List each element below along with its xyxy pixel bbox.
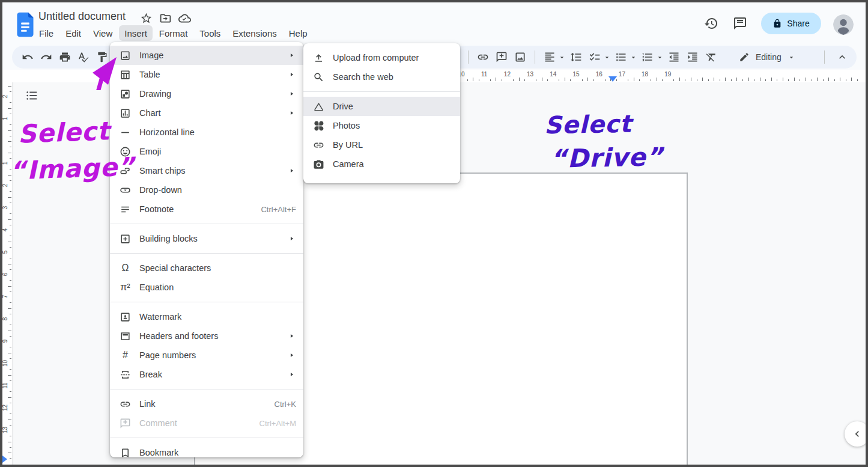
ruler-tick: [10, 102, 11, 103]
camera-icon: [313, 159, 324, 170]
image-submenu-item-photos[interactable]: Photos: [303, 116, 460, 135]
menu-view[interactable]: View: [88, 25, 118, 41]
menu-edit[interactable]: Edit: [60, 25, 86, 41]
comments-icon[interactable]: [733, 16, 747, 31]
smart-chips-icon: [120, 165, 131, 177]
image-submenu-item-search-the-web[interactable]: Search the web: [303, 67, 460, 87]
menu-extensions[interactable]: Extensions: [227, 25, 282, 41]
ruler-number: 12: [2, 404, 8, 412]
menu-item-label: Drawing: [139, 89, 281, 99]
ruler-tick: [8, 331, 11, 331]
image-submenu-item-drive[interactable]: Drive: [303, 97, 460, 116]
image-submenu-item-by-url[interactable]: By URL: [303, 135, 460, 154]
insert-menu-item-special-characters[interactable]: ΩSpecial characters: [110, 258, 303, 278]
menu-help[interactable]: Help: [284, 25, 313, 41]
star-icon[interactable]: [140, 12, 153, 25]
menu-tools[interactable]: Tools: [194, 25, 226, 41]
document-title[interactable]: Untitled document: [38, 10, 126, 23]
ruler-tick: [10, 458, 11, 459]
submenu-arrow-icon: [288, 109, 296, 117]
indent-increase-button[interactable]: [684, 49, 701, 66]
insert-menu-item-link[interactable]: LinkCtrl+K: [110, 394, 303, 414]
ruler-tick: [657, 78, 657, 81]
ruler-number: 2: [2, 93, 8, 101]
undo-button[interactable]: [19, 49, 36, 66]
ruler-tick: [742, 79, 743, 81]
insert-menu-item-footnote[interactable]: FootnoteCtrl+Alt+F: [110, 200, 303, 219]
insert-menu-item-drawing[interactable]: Drawing: [110, 84, 303, 103]
paint-format-button[interactable]: [94, 49, 111, 66]
ruler-tick: [10, 213, 11, 214]
document-outline-icon[interactable]: [25, 89, 38, 102]
folder-move-icon[interactable]: [159, 12, 172, 25]
insert-menu-item-smart-chips[interactable]: Smart chips: [110, 161, 303, 180]
line-spacing-button[interactable]: [568, 49, 584, 66]
spellcheck-button[interactable]: [75, 49, 92, 66]
indent-decrease-button[interactable]: [666, 49, 682, 66]
checklist-button[interactable]: [586, 49, 603, 66]
align-left-button[interactable]: [541, 49, 558, 66]
history-icon[interactable]: [704, 16, 718, 31]
image-submenu-item-camera[interactable]: Camera: [303, 154, 460, 174]
caret-down-icon[interactable]: [656, 49, 664, 66]
ruler-number: 11: [481, 71, 487, 78]
insert-menu-item-emoji[interactable]: Emoji: [110, 142, 303, 161]
side-panel-toggle-button[interactable]: [845, 421, 868, 447]
ruler-tick: [502, 79, 502, 81]
share-button[interactable]: Share: [761, 13, 821, 34]
insert-menu-item-page-numbers[interactable]: #Page numbers: [110, 346, 303, 365]
insert-menu-item-bookmark[interactable]: Bookmark: [110, 443, 303, 457]
caret-down-icon[interactable]: [630, 49, 637, 66]
ruler-tick: [565, 78, 565, 81]
ruler-tick: [8, 242, 11, 242]
ruler-tick: [708, 79, 709, 81]
redo-button[interactable]: [38, 49, 55, 66]
menu-divider: [303, 91, 460, 92]
menu-insert[interactable]: Insert: [119, 25, 153, 41]
menu-file[interactable]: File: [34, 25, 59, 41]
bulleted-list-button[interactable]: [613, 49, 630, 66]
mode-dropdown[interactable]: Editing: [732, 49, 803, 66]
ruler-tick: [794, 78, 795, 81]
insert-menu-item-equation[interactable]: π²Equation: [110, 278, 303, 297]
add-comment-button[interactable]: [493, 49, 510, 66]
vertical-ruler: 1212345678910111213: [0, 82, 13, 467]
ruler-tick: [10, 314, 11, 314]
ruler-tick: [840, 78, 840, 81]
insert-menu-item-headers-and-footers[interactable]: Headers and footers: [110, 326, 303, 346]
insert-menu-item-table[interactable]: Table: [110, 65, 303, 84]
caret-down-icon[interactable]: [558, 49, 566, 66]
ruler-tick: [679, 78, 680, 81]
cloud-check-icon[interactable]: [178, 12, 191, 25]
print-button[interactable]: [56, 49, 73, 66]
insert-menu-item-drop-down[interactable]: Drop-down: [110, 180, 303, 200]
insert-menu-item-watermark[interactable]: Watermark: [110, 307, 303, 326]
ruler-tick: [10, 247, 11, 248]
insert-link-button[interactable]: [475, 49, 491, 66]
ruler-tick: [10, 325, 11, 325]
ruler-tick: [10, 280, 11, 281]
submenu-arrow-icon: [288, 351, 296, 359]
ruler-number: 12: [504, 71, 511, 78]
ruler-tick: [8, 219, 11, 220]
insert-menu-item-building-blocks[interactable]: Building blocks: [110, 229, 303, 248]
clear-format-button[interactable]: [703, 49, 720, 66]
avatar[interactable]: [833, 14, 854, 35]
menu-format[interactable]: Format: [154, 25, 193, 41]
insert-menu-item-horizontal-line[interactable]: Horizontal line: [110, 123, 303, 142]
image-submenu-item-upload-from-computer[interactable]: Upload from computer: [303, 48, 460, 67]
ruler-indent-marker[interactable]: [609, 76, 617, 82]
caret-down-icon[interactable]: [603, 49, 611, 66]
insert-image-button[interactable]: [512, 49, 529, 66]
toolbar-right-group: [464, 49, 720, 66]
ruler-margin-marker[interactable]: [2, 456, 7, 463]
insert-link-icon: [477, 51, 489, 63]
insert-menu-item-image[interactable]: Image: [110, 46, 303, 65]
hide-menus-button[interactable]: [834, 49, 851, 66]
ruler-tick: [846, 79, 846, 81]
numbered-list-button[interactable]: [639, 49, 656, 66]
docs-logo-icon[interactable]: [15, 11, 35, 38]
insert-menu-item-chart[interactable]: Chart: [110, 103, 303, 123]
ruler-tick: [8, 397, 11, 398]
insert-menu-item-break[interactable]: Break: [110, 365, 303, 384]
